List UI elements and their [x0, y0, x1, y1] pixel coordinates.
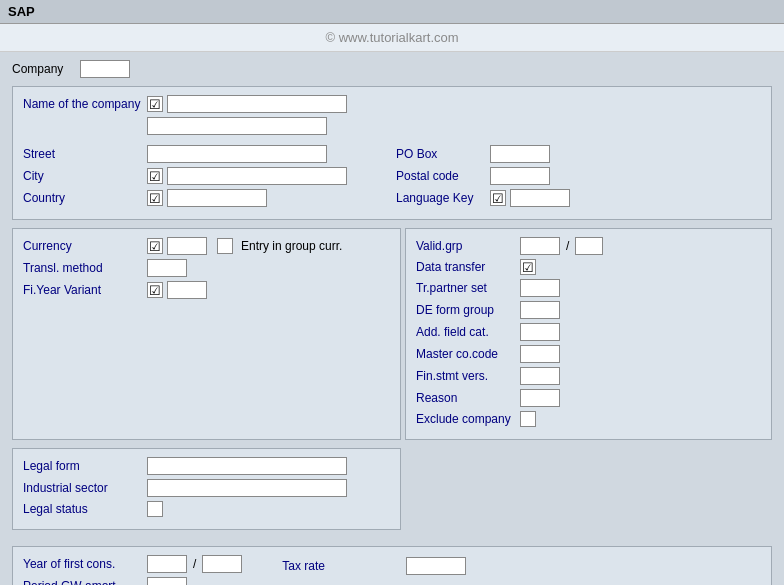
name-row2 — [23, 117, 388, 135]
yearfirstcons-row: Year of first cons. / — [23, 555, 242, 573]
datatransfer-checkbox[interactable] — [520, 259, 536, 275]
right-fields-section: Valid.grp / Data transfer Tr.partner set — [405, 228, 772, 440]
validgrp-label: Valid.grp — [416, 239, 516, 253]
addfieldcat-input[interactable] — [520, 323, 560, 341]
transl-row: Transl. method — [23, 259, 390, 277]
reason-input[interactable] — [520, 389, 560, 407]
legalstatus-row: Legal status — [23, 501, 390, 517]
company-input[interactable] — [80, 60, 130, 78]
name-row: Name of the company — [23, 95, 388, 113]
middle-section: Currency Entry in group curr. Transl. me… — [12, 228, 772, 440]
app-title: SAP — [8, 4, 35, 19]
transl-input[interactable] — [147, 259, 187, 277]
pobox-row: PO Box — [396, 145, 761, 163]
yearfirstcons-input1[interactable] — [147, 555, 187, 573]
fiyear-input[interactable] — [167, 281, 207, 299]
watermark-bar: © www.tutorialkart.com — [0, 24, 784, 52]
langkey-input[interactable] — [510, 189, 570, 207]
watermark-text: © www.tutorialkart.com — [325, 30, 458, 45]
periodgwamort-label: Period GW amort. — [23, 579, 143, 585]
city-input[interactable] — [167, 167, 347, 185]
industrialsector-input[interactable] — [147, 479, 347, 497]
legal-right-spacer — [405, 448, 772, 538]
pobox-input[interactable] — [490, 145, 550, 163]
legalform-row: Legal form — [23, 457, 390, 475]
excludecompany-label: Exclude company — [416, 412, 516, 426]
finstmt-label: Fin.stmt vers. — [416, 369, 516, 383]
transl-label: Transl. method — [23, 261, 143, 275]
validgrp-input2[interactable] — [575, 237, 603, 255]
trpartner-input[interactable] — [520, 279, 560, 297]
mastercocode-label: Master co.code — [416, 347, 516, 361]
pobox-label: PO Box — [396, 147, 486, 161]
fiyear-row: Fi.Year Variant — [23, 281, 390, 299]
trpartner-row: Tr.partner set — [416, 279, 761, 297]
datatransfer-row: Data transfer — [416, 259, 761, 275]
street-label: Street — [23, 147, 143, 161]
bottom-left: Year of first cons. / Period GW amort. — [23, 555, 242, 585]
taxrate-input[interactable] — [406, 557, 466, 575]
entry-group-label: Entry in group curr. — [241, 239, 342, 253]
periodgwamort-input[interactable] — [147, 577, 187, 585]
fiyear-label: Fi.Year Variant — [23, 283, 143, 297]
addfieldcat-row: Add. field cat. — [416, 323, 761, 341]
fiyear-checkbox — [147, 282, 163, 298]
city-row: City — [23, 167, 388, 185]
main-content: Company Name of the company — [0, 52, 784, 585]
currency-label: Currency — [23, 239, 143, 253]
excludecompany-checkbox[interactable] — [520, 411, 536, 427]
postal-input[interactable] — [490, 167, 550, 185]
reason-row: Reason — [416, 389, 761, 407]
legalstatus-checkbox[interactable] — [147, 501, 163, 517]
legalstatus-label: Legal status — [23, 502, 143, 516]
langkey-checkbox — [490, 190, 506, 206]
yearfirstcons-input2[interactable] — [202, 555, 242, 573]
legalform-input[interactable] — [147, 457, 347, 475]
validgrp-row: Valid.grp / — [416, 237, 761, 255]
finstmt-row: Fin.stmt vers. — [416, 367, 761, 385]
finstmt-input[interactable] — [520, 367, 560, 385]
title-bar: SAP — [0, 0, 784, 24]
industrialsector-row: Industrial sector — [23, 479, 390, 497]
street-row: Street — [23, 145, 388, 163]
validgrp-input1[interactable] — [520, 237, 560, 255]
name-input[interactable] — [167, 95, 347, 113]
street-input[interactable] — [147, 145, 327, 163]
country-label: Country — [23, 191, 143, 205]
bottom-section: Year of first cons. / Period GW amort. T… — [12, 546, 772, 585]
postal-row: Postal code — [396, 167, 761, 185]
currency-checkbox — [147, 238, 163, 254]
slash-sep2: / — [191, 557, 198, 571]
periodgwamort-row: Period GW amort. — [23, 577, 242, 585]
country-row: Country — [23, 189, 388, 207]
currency-section: Currency Entry in group curr. Transl. me… — [12, 228, 401, 440]
currency-row: Currency Entry in group curr. — [23, 237, 390, 255]
city-checkbox — [147, 168, 163, 184]
currency-input[interactable] — [167, 237, 207, 255]
datatransfer-label: Data transfer — [416, 260, 516, 274]
name-input2[interactable] — [147, 117, 327, 135]
country-input[interactable] — [167, 189, 267, 207]
bottom-right: Tax rate — [282, 555, 466, 579]
yearfirstcons-label: Year of first cons. — [23, 557, 143, 571]
company-row: Company — [12, 60, 772, 78]
excludecompany-row: Exclude company — [416, 411, 761, 427]
entry-group-checkbox[interactable] — [217, 238, 233, 254]
mastercocode-row: Master co.code — [416, 345, 761, 363]
addfieldcat-label: Add. field cat. — [416, 325, 516, 339]
mastercocode-input[interactable] — [520, 345, 560, 363]
name-label: Name of the company — [23, 97, 143, 111]
deformgroup-label: DE form group — [416, 303, 516, 317]
taxrate-row: Tax rate — [282, 557, 466, 575]
company-label: Company — [12, 62, 72, 76]
industrialsector-label: Industrial sector — [23, 481, 143, 495]
postal-label: Postal code — [396, 169, 486, 183]
city-label: City — [23, 169, 143, 183]
langkey-label: Language Key — [396, 191, 486, 205]
name-checkbox — [147, 96, 163, 112]
legalform-label: Legal form — [23, 459, 143, 473]
deformgroup-row: DE form group — [416, 301, 761, 319]
deformgroup-input[interactable] — [520, 301, 560, 319]
slash-sep: / — [564, 239, 571, 253]
legal-section: Legal form Industrial sector Legal statu… — [12, 448, 401, 530]
